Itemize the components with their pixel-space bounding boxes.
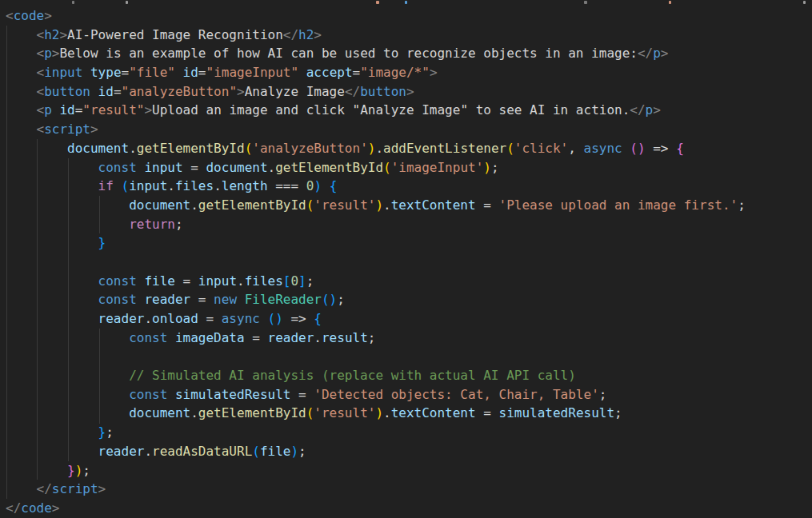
indent-whitespace: [6, 463, 67, 478]
code-token-txt: Below is an example of how AI can be use…: [59, 46, 637, 61]
code-token-op: =>: [646, 141, 677, 156]
indent-whitespace: [6, 387, 129, 402]
code-line[interactable]: return;: [6, 215, 812, 234]
code-line[interactable]: document.getElementById('result').textCo…: [6, 196, 812, 215]
code-token-attr: imageData: [175, 330, 245, 345]
code-line[interactable]: <script>: [6, 120, 812, 139]
code-token-attr: result: [322, 330, 368, 345]
indent-whitespace: [6, 178, 98, 193]
code-token-b3: }: [98, 424, 106, 440]
code-token-op: [167, 330, 175, 345]
code-token-op: =: [353, 65, 361, 80]
code-token-attr: textContent: [391, 405, 476, 420]
code-line[interactable]: const input = document.getElementById('i…: [6, 158, 812, 177]
code-token-attr: files: [245, 273, 283, 289]
code-token-kw: const: [129, 330, 167, 345]
code-token-g: >: [144, 102, 152, 118]
indent-whitespace: [6, 330, 129, 345]
code-token-tag: h2: [298, 27, 314, 42]
code-token-b1: ): [375, 197, 383, 213]
code-token-tag: p: [653, 46, 661, 61]
code-token-g: </: [638, 46, 653, 61]
code-token-op: [82, 65, 90, 80]
indent-whitespace: [6, 122, 37, 137]
code-token-op: ;: [368, 330, 376, 345]
code-line[interactable]: const imageData = reader.result;: [6, 329, 812, 348]
code-token-op: .: [144, 311, 152, 326]
code-token-g: >: [314, 27, 322, 42]
code-line[interactable]: if (input.files.length === 0) {: [6, 177, 812, 196]
code-token-txt: AI-Powered Image Recognition: [67, 27, 283, 42]
code-token-attr: reader: [98, 311, 145, 326]
code-token-str: 'Please upload an image first.': [499, 197, 738, 213]
code-token-ctl: if: [98, 178, 114, 193]
code-token-op: ;: [306, 273, 314, 289]
code-token-fn: addEventListener: [383, 141, 506, 156]
code-token-g: </: [630, 102, 645, 118]
code-line[interactable]: }: [6, 233, 812, 253]
code-token-attr: id: [59, 102, 74, 118]
code-line[interactable]: const reader = new FileReader();: [6, 290, 812, 309]
code-line[interactable]: <p id="result">Upload an image and click…: [6, 101, 812, 120]
code-line[interactable]: document.getElementById('analyzeButton')…: [6, 139, 812, 158]
code-token-tag: button: [360, 84, 406, 99]
code-token-b3: (): [268, 311, 283, 326]
code-token-tag: script: [52, 481, 98, 496]
code-line[interactable]: <h2>AI-Powered Image Recognition</h2>: [6, 26, 812, 45]
code-token-kw: const: [98, 273, 137, 289]
code-token-str: 'click': [514, 141, 568, 156]
code-line[interactable]: </code>: [6, 499, 812, 518]
code-token-tag: p: [44, 46, 52, 61]
indent-whitespace: [6, 405, 129, 420]
code-line[interactable]: [6, 347, 812, 366]
code-token-b1: (: [383, 160, 391, 175]
code-token-op: =: [290, 387, 314, 402]
code-line[interactable]: });: [6, 461, 812, 480]
code-token-attr: simulatedResult: [499, 405, 615, 420]
code-token-op: ;: [298, 444, 306, 459]
code-token-fn: getElementById: [275, 160, 383, 175]
code-token-op: ;: [175, 217, 183, 232]
code-line[interactable]: reader.onload = async () => {: [6, 309, 812, 329]
code-token-str: "file": [129, 65, 175, 80]
code-token-op: [137, 273, 145, 289]
code-line[interactable]: document.getElementById('result').textCo…: [6, 404, 812, 423]
code-token-op: =: [198, 65, 206, 80]
code-token-op: =: [75, 102, 83, 118]
code-line[interactable]: </script>: [6, 480, 812, 499]
code-token-cls: FileReader: [245, 292, 322, 307]
indent-whitespace: [6, 65, 37, 80]
code-token-b1: ): [75, 463, 83, 478]
code-token-op: =: [114, 84, 122, 99]
code-token-op: =: [175, 273, 198, 289]
code-token-op: .: [375, 141, 383, 156]
code-token-attr: reader: [98, 444, 145, 459]
code-token-g: </: [283, 27, 298, 42]
code-token-g: <: [37, 46, 45, 61]
code-line[interactable]: const file = input.files[0];: [6, 272, 812, 291]
code-line[interactable]: <button id="analyzeButton">Analyze Image…: [6, 82, 812, 102]
code-line[interactable]: reader.readAsDataURL(file);: [6, 442, 812, 461]
code-token-str: 'result': [314, 405, 375, 420]
code-token-op: ;: [614, 405, 622, 420]
code-editor[interactable]: <code> <h2>AI-Powered Image Recognition<…: [0, 0, 812, 518]
code-token-kw: const: [98, 160, 137, 175]
code-token-op: [175, 65, 183, 80]
code-token-num: 0: [306, 178, 314, 193]
code-line[interactable]: <code>: [6, 6, 812, 26]
code-line[interactable]: };: [6, 423, 812, 442]
code-line[interactable]: const simulatedResult = 'Detected object…: [6, 385, 812, 404]
code-token-g: </: [37, 481, 52, 496]
code-token-op: .: [383, 405, 391, 420]
code-line[interactable]: <input type="file" id="imageInput" accep…: [6, 63, 812, 82]
code-token-g: >: [430, 65, 438, 80]
code-line[interactable]: [6, 253, 812, 272]
code-line[interactable]: // Simulated AI analysis (replace with a…: [6, 366, 812, 385]
code-token-op: =>: [283, 311, 314, 326]
code-token-attr: document: [206, 160, 267, 175]
code-token-b1: ): [368, 141, 376, 156]
code-token-g: </: [345, 84, 360, 99]
code-line[interactable]: <p>Below is an example of how AI can be …: [6, 44, 812, 63]
code-token-attr: input: [198, 273, 237, 289]
code-token-op: .: [167, 178, 175, 193]
